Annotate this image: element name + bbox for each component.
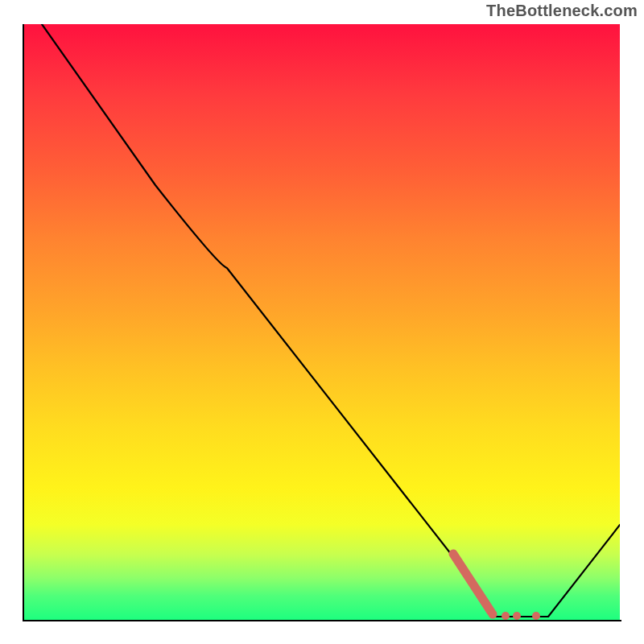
- watermark-text: TheBottleneck.com: [486, 2, 638, 20]
- chart-container: TheBottleneck.com: [0, 0, 644, 644]
- bottleneck-curve-line: [42, 24, 620, 617]
- y-axis: [23, 24, 24, 621]
- chart-svg: [24, 24, 620, 620]
- highlight-dot: [513, 612, 521, 620]
- highlight-dot: [532, 612, 540, 620]
- highlight-dot: [489, 610, 497, 619]
- highlight-segment-slope: [453, 554, 491, 612]
- highlight-dot: [502, 612, 510, 620]
- x-axis: [23, 620, 621, 621]
- plot-area: [24, 24, 620, 620]
